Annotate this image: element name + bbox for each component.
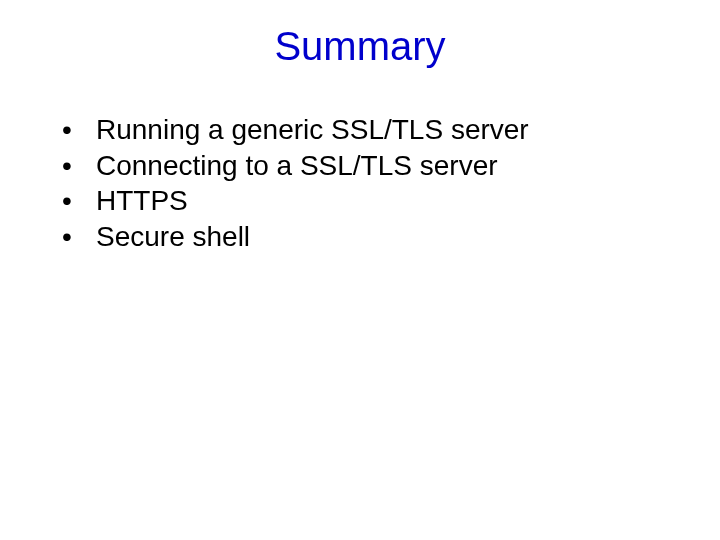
bullet-icon: • bbox=[60, 149, 96, 183]
bullet-icon: • bbox=[60, 220, 96, 254]
slide: Summary • Running a generic SSL/TLS serv… bbox=[0, 0, 720, 540]
list-item: • Connecting to a SSL/TLS server bbox=[60, 149, 660, 183]
bullet-text: HTTPS bbox=[96, 184, 188, 218]
bullet-text: Secure shell bbox=[96, 220, 250, 254]
list-item: • Running a generic SSL/TLS server bbox=[60, 113, 660, 147]
bullet-icon: • bbox=[60, 113, 96, 147]
bullet-text: Connecting to a SSL/TLS server bbox=[96, 149, 498, 183]
bullet-icon: • bbox=[60, 184, 96, 218]
bullet-text: Running a generic SSL/TLS server bbox=[96, 113, 529, 147]
list-item: • HTTPS bbox=[60, 184, 660, 218]
bullet-list: • Running a generic SSL/TLS server • Con… bbox=[60, 113, 660, 253]
slide-title: Summary bbox=[60, 24, 660, 69]
list-item: • Secure shell bbox=[60, 220, 660, 254]
